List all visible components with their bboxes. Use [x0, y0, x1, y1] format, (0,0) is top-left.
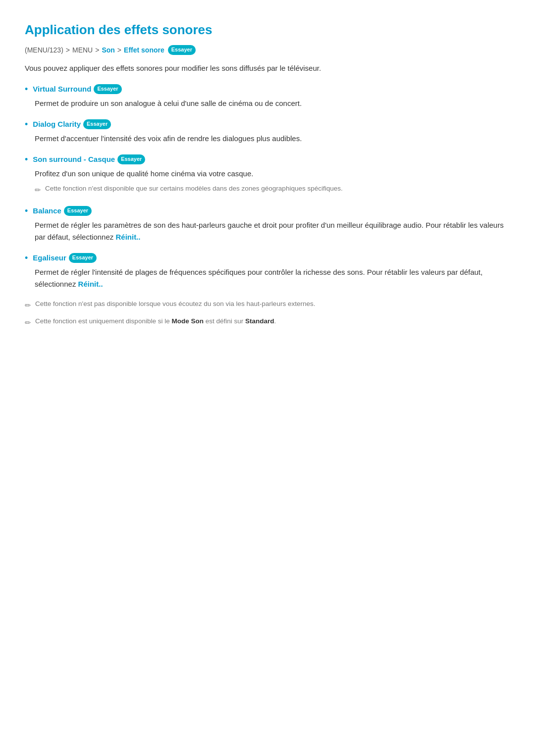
note-pencil-icon-2: ✏ [25, 317, 31, 329]
essayer-badge-egaliseur[interactable]: Essayer [69, 253, 97, 263]
note-pencil-icon: ✏ [35, 184, 41, 196]
list-item-dialog-clarity: • Dialog Clarity Essayer Permet d'accent… [25, 118, 510, 145]
bullet-icon: • [25, 120, 28, 129]
intro-text: Vous pouvez appliquer des effets sonores… [25, 62, 510, 74]
global-note-text-2: Cette fonction est uniquement disponible… [35, 316, 276, 326]
item-header-son-surround: • Son surround - Casque Essayer [25, 153, 510, 165]
list-item-balance: • Balance Essayer Permet de régler les p… [25, 205, 510, 243]
list-item-egaliseur: • Egaliseur Essayer Permet de régler l'i… [25, 252, 510, 290]
breadcrumb-menu: MENU [72, 45, 93, 55]
essayer-badge-balance[interactable]: Essayer [64, 206, 92, 216]
item-desc-son-surround: Profitez d'un son unique de qualité home… [35, 168, 510, 180]
breadcrumb-effet-sonore: Effet sonore [124, 45, 164, 55]
item-title-balance: Balance [33, 205, 61, 217]
breadcrumb-son[interactable]: Son [102, 45, 114, 55]
item-desc-virtual-surround: Permet de produire un son analogue à cel… [35, 98, 510, 109]
bullet-icon: • [25, 155, 28, 164]
page-title: Application des effets sonores [25, 20, 510, 41]
note-block-son-surround: ✏ Cette fonction n'est disponible que su… [35, 184, 510, 196]
item-desc-egaliseur: Permet de régler l'intensité de plages d… [35, 266, 510, 290]
list-item-virtual-surround: • Virtual Surround Essayer Permet de pro… [25, 83, 510, 109]
reinit-link-balance[interactable]: Réinit.. [115, 233, 140, 241]
note-text-son-surround: Cette fonction n'est disponible que sur … [45, 184, 343, 194]
mode-son-bold: Mode Son [171, 317, 204, 325]
item-title-egaliseur: Egaliseur [33, 252, 66, 264]
items-list: • Virtual Surround Essayer Permet de pro… [25, 83, 510, 290]
item-title-son-surround: Son surround - Casque [33, 153, 115, 165]
standard-bold: Standard [245, 317, 274, 325]
item-header-virtual-surround: • Virtual Surround Essayer [25, 83, 510, 95]
breadcrumb: (MENU/123) > MENU > Son > Effet sonore E… [25, 45, 510, 55]
breadcrumb-sep1: > [66, 45, 70, 55]
item-title-dialog-clarity: Dialog Clarity [33, 118, 81, 130]
item-header-balance: • Balance Essayer [25, 205, 510, 217]
item-header-egaliseur: • Egaliseur Essayer [25, 252, 510, 264]
reinit-link-egaliseur[interactable]: Réinit.. [78, 280, 103, 288]
list-item-son-surround: • Son surround - Casque Essayer Profitez… [25, 153, 510, 196]
item-header-dialog-clarity: • Dialog Clarity Essayer [25, 118, 510, 130]
item-title-virtual-surround: Virtual Surround [33, 83, 91, 95]
bullet-icon: • [25, 253, 28, 262]
global-note-text-1: Cette fonction n'est pas disponible lors… [35, 299, 315, 309]
breadcrumb-sep3: > [117, 45, 121, 55]
item-desc-balance: Permet de régler les paramètres de son d… [35, 219, 510, 243]
item-desc-dialog-clarity: Permet d'accentuer l'intensité des voix … [35, 133, 510, 145]
note-pencil-icon-1: ✏ [25, 300, 31, 311]
essayer-badge-dialog-clarity[interactable]: Essayer [83, 119, 111, 129]
breadcrumb-sep2: > [95, 45, 99, 55]
breadcrumb-essayer-badge[interactable]: Essayer [168, 45, 196, 55]
essayer-badge-virtual-surround[interactable]: Essayer [94, 84, 121, 94]
bullet-icon: • [25, 85, 28, 94]
global-note-2: ✏ Cette fonction est uniquement disponib… [25, 316, 510, 329]
bullet-icon: • [25, 206, 28, 215]
global-note-1: ✏ Cette fonction n'est pas disponible lo… [25, 299, 510, 311]
breadcrumb-menu-ref: (MENU/123) [25, 45, 63, 55]
essayer-badge-son-surround[interactable]: Essayer [117, 154, 145, 164]
